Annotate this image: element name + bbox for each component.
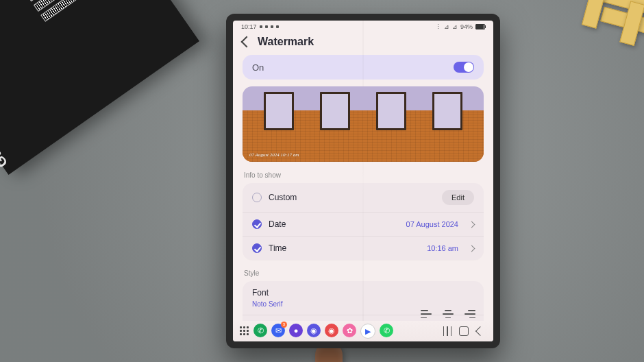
app-playstore[interactable]: ▶	[360, 324, 375, 339]
toggle-label: On	[252, 62, 264, 73]
status-notification-icon	[271, 25, 273, 28]
radio-date[interactable]	[252, 219, 262, 229]
row-time[interactable]: Time 10:16 am	[243, 236, 484, 260]
signal-icon: ⊿	[444, 23, 449, 30]
info-to-show-card: Custom Edit Date 07 August 2024 Time 10:…	[243, 183, 484, 260]
app-camera[interactable]: ◉	[325, 324, 338, 337]
device-frame: 10:17 ⋮ ⊿ ⊿ 94% Watermark	[226, 14, 500, 348]
app-gallery[interactable]: ✿	[343, 324, 356, 337]
preview-window	[432, 92, 462, 130]
toggle-switch[interactable]	[454, 62, 474, 73]
app-bixby[interactable]: ●	[289, 324, 303, 337]
product-box-label: Galaxy Z Fold6	[0, 77, 11, 170]
status-notification-icon	[276, 25, 279, 28]
badge: 3	[281, 322, 287, 328]
app-drawer-icon[interactable]	[240, 326, 249, 336]
status-time: 10:17	[241, 23, 257, 30]
align-left-icon[interactable]	[421, 310, 432, 318]
app-whatsapp[interactable]: ✆	[380, 324, 393, 337]
toggle-switch-knob	[464, 62, 473, 72]
watermark-preview: 07 August 2024 10:17 am	[243, 86, 484, 162]
row-date[interactable]: Date 07 August 2024	[243, 212, 484, 236]
section-header-info: Info to show	[243, 169, 484, 183]
row-date-label: Date	[269, 219, 399, 229]
status-notification-icon	[265, 25, 268, 28]
signal-icon: ⊿	[452, 23, 458, 30]
app-messages[interactable]: ✉3	[271, 324, 285, 337]
wifi-icon: ⋮	[435, 23, 441, 30]
app-phone[interactable]: ✆	[253, 324, 267, 337]
edit-button[interactable]: Edit	[442, 190, 474, 205]
row-time-label: Time	[269, 243, 420, 253]
radio-custom[interactable]	[252, 193, 262, 202]
chevron-right-icon	[469, 245, 475, 252]
app-internet[interactable]: ◉	[307, 324, 321, 337]
battery-pct: 94%	[460, 23, 473, 30]
preview-window	[264, 92, 294, 130]
taskbar-apps: ✆✉3●◉◉✿▶✆	[253, 324, 393, 339]
status-bar: 10:17 ⋮ ⊿ ⊿ 94%	[233, 21, 493, 32]
page-title: Watermark	[258, 36, 314, 48]
section-header-style: Style	[243, 267, 484, 281]
align-right-icon[interactable]	[465, 310, 475, 318]
content-area[interactable]: On 07 August 2024 10:17 am	[233, 55, 493, 335]
device-screen: 10:17 ⋮ ⊿ ⊿ 94% Watermark	[233, 21, 493, 341]
alignment-options	[421, 310, 475, 318]
page-header: Watermark	[233, 32, 493, 55]
taskbar: ✆✉3●◉◉✿▶✆	[233, 321, 493, 341]
back-button[interactable]	[241, 36, 253, 48]
radio-time[interactable]	[252, 243, 262, 253]
product-box-barcodes	[14, 0, 129, 22]
nav-back-button[interactable]	[474, 325, 486, 337]
chevron-right-icon	[469, 221, 475, 228]
preview-windows	[243, 92, 484, 130]
nav-recents-button[interactable]	[441, 325, 454, 337]
align-center-icon[interactable]	[443, 310, 454, 318]
font-label: Font	[252, 288, 269, 298]
watermark-overlay-text: 07 August 2024 10:17 am	[249, 152, 299, 158]
scene-root: Galaxy Z Fold6 10:17	[0, 0, 644, 362]
nav-home-button[interactable]	[458, 325, 470, 337]
preview-window	[320, 92, 350, 130]
watermark-toggle-row[interactable]: On	[243, 55, 484, 80]
preview-window	[376, 92, 406, 130]
row-custom-label: Custom	[269, 193, 435, 202]
row-custom[interactable]: Custom Edit	[243, 183, 484, 212]
row-time-value: 10:16 am	[427, 244, 458, 252]
barcode	[40, 0, 106, 22]
font-value: Noto Serif	[252, 300, 282, 308]
row-date-value: 07 August 2024	[406, 220, 458, 228]
status-notification-icon	[260, 25, 262, 28]
battery-icon	[475, 24, 485, 29]
